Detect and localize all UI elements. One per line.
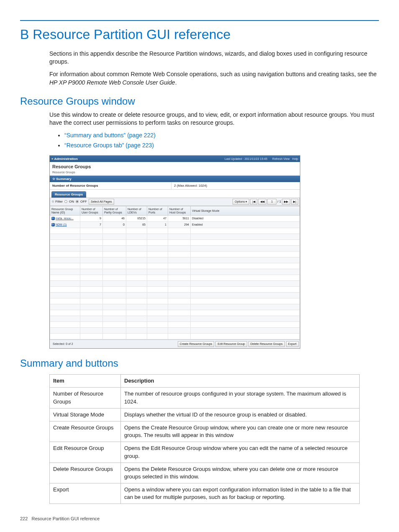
intro-paragraph-2: For information about common Remote Web … <box>49 70 379 87</box>
table-row-empty <box>50 245 300 251</box>
cell-parity-groups: 0 <box>103 222 126 228</box>
last-updated-text: Last Updated : 2011/11/22 15:45 <box>225 157 267 161</box>
first-page-button[interactable]: |◀ <box>250 199 257 205</box>
breadcrumb: Resource Groups <box>52 170 297 175</box>
resource-group-icon <box>51 217 55 220</box>
desc-row: Virtual Storage ModeDisplays whether the… <box>50 408 360 421</box>
col-ldevs[interactable]: Number of LDEVs <box>126 206 147 215</box>
summary-description-table: Item Description Number of Resource Grou… <box>49 374 360 504</box>
table-row-empty <box>50 286 300 292</box>
desc-row: ExportOpens a window where you can expor… <box>50 483 360 504</box>
selected-count: Selected: 0 of 2 <box>51 342 176 346</box>
intro2-posttext: . <box>175 79 177 86</box>
summary-row: Number of Resource Groups 2 (Max Allowed… <box>50 182 300 190</box>
options-button[interactable]: Options ▾ <box>233 199 249 205</box>
cell-ports: 47 <box>147 216 168 222</box>
page-footer: 222 Resource Partition GUI reference <box>20 516 379 522</box>
desc-text: The number of resource groups configured… <box>121 388 360 408</box>
table-row-empty <box>50 234 300 239</box>
table-row-empty <box>50 292 300 298</box>
summary-value: 2 (Max Allowed: 1024) <box>171 182 300 189</box>
page-number: 222 <box>20 516 28 521</box>
col-ports[interactable]: Number of Ports <box>147 206 168 215</box>
desc-header-item: Item <box>50 375 121 388</box>
export-button[interactable]: Export <box>286 341 299 347</box>
desc-item: Delete Resource Groups <box>50 463 121 483</box>
table-row-empty <box>50 239 300 245</box>
link-resource-groups-tab[interactable]: “Resource Groups tab” (page 223) <box>64 141 379 150</box>
refresh-view-link[interactable]: Refresh View <box>272 157 290 161</box>
desc-item: Export <box>50 483 121 504</box>
table-row-empty <box>50 269 300 275</box>
desc-row: Edit Resource GroupOpens the Edit Resour… <box>50 442 360 463</box>
grid-toolbar: ☆ Filter ON OFF Select All Pages Options… <box>50 198 300 206</box>
link-summary-and-buttons[interactable]: “Summary and buttons” (page 222) <box>64 131 379 140</box>
desc-text: Opens the Edit Resource Group window whe… <box>121 442 360 463</box>
table-row-empty <box>50 316 300 321</box>
table-row[interactable]: meta_resou...94665215475611Disabled <box>50 216 300 222</box>
section-resource-groups-window: Resource Groups window <box>20 94 379 108</box>
table-row-empty <box>50 257 300 263</box>
guide-reference: HP XP P9000 Remote Web Console User Guid… <box>49 79 175 86</box>
edit-resource-group-button[interactable]: Edit Resource Group <box>215 341 247 347</box>
summary-section-header[interactable]: ☆ Summary <box>50 175 300 182</box>
window-intro: Use this window to create or delete reso… <box>49 111 379 127</box>
table-row-empty <box>50 304 300 310</box>
table-row-empty <box>50 298 300 304</box>
cell-ldevs: 65 <box>126 222 147 228</box>
appendix-title: B Resource Partition GUI reference <box>20 25 379 44</box>
page-footer-text: Resource Partition GUI reference <box>32 516 100 521</box>
filter-on-radio[interactable] <box>64 200 67 203</box>
desc-text: Opens a window where you can export conf… <box>121 483 360 504</box>
admin-back-link[interactable]: « Administration <box>51 157 225 161</box>
top-rule <box>20 20 379 21</box>
filter-off-radio[interactable] <box>76 200 79 203</box>
cell-ldevs: 65215 <box>126 216 147 222</box>
delete-resource-groups-button[interactable]: Delete Resource Groups <box>248 341 285 347</box>
prev-page-button[interactable]: ◀◀ <box>258 199 266 205</box>
cell-vsm: Disabled <box>191 216 300 222</box>
resource-groups-screenshot: « Administration Last Updated : 2011/11/… <box>49 155 300 349</box>
col-user-groups[interactable]: Number of User Groups <box>80 206 103 215</box>
col-parity-groups[interactable]: Number of Parity Groups <box>103 206 126 215</box>
select-all-pages-button[interactable]: Select All Pages <box>89 199 114 205</box>
cell-name[interactable]: NDM (1) <box>50 222 80 228</box>
table-header-row: Resource Group Name (ID) Number of User … <box>50 206 300 215</box>
intro2-pretext: For information about common Remote Web … <box>49 71 377 77</box>
cell-vsm: Enabled <box>191 222 300 228</box>
desc-row: Number of Resource GroupsThe number of r… <box>50 388 360 408</box>
link-list: “Summary and buttons” (page 222) “Resour… <box>64 131 379 149</box>
col-name[interactable]: Resource Group Name (ID) <box>50 206 80 215</box>
table-row-empty <box>50 263 300 269</box>
page-input[interactable]: 1 <box>267 199 276 205</box>
cell-user-groups: 7 <box>80 222 103 228</box>
desc-item: Edit Resource Group <box>50 442 121 463</box>
desc-row: Delete Resource GroupsOpens the Delete R… <box>50 463 360 483</box>
help-link[interactable]: Help <box>292 157 298 161</box>
tab-resource-groups[interactable]: Resource Groups <box>51 191 86 198</box>
grid-footer: Selected: 0 of 2 Create Resource Groups … <box>50 339 300 348</box>
desc-text: Opens the Create Resource Group window, … <box>121 421 360 442</box>
panel-title: Resource Groups <box>52 164 297 170</box>
cell-host-groups: 294 <box>168 222 191 228</box>
next-page-button[interactable]: ▶▶ <box>282 199 290 205</box>
create-resource-groups-button[interactable]: Create Resource Groups <box>178 341 215 347</box>
resource-groups-table: Resource Group Name (ID) Number of User … <box>50 206 300 339</box>
col-host-groups[interactable]: Number of Host Groups <box>168 206 191 215</box>
table-row-empty <box>50 321 300 327</box>
col-vsm[interactable]: Virtual Storage Mode <box>191 206 300 215</box>
cell-user-groups: 9 <box>80 216 103 222</box>
cell-name[interactable]: meta_resou... <box>50 216 80 222</box>
table-row[interactable]: NDM (1)70651294Enabled <box>50 222 300 228</box>
filter-toggle[interactable]: ☆ Filter <box>51 199 63 204</box>
filter-off-label: OFF <box>80 199 87 204</box>
desc-item: Virtual Storage Mode <box>50 408 121 421</box>
page-total: / 1 <box>277 199 281 204</box>
summary-label: Number of Resource Groups <box>50 182 171 189</box>
cell-host-groups: 5611 <box>168 216 191 222</box>
desc-item: Number of Resource Groups <box>50 388 121 408</box>
table-row-empty <box>50 310 300 316</box>
last-page-button[interactable]: ▶| <box>291 199 298 205</box>
cell-ports: 1 <box>147 222 168 228</box>
desc-text: Opens the Delete Resource Groups window,… <box>121 463 360 483</box>
